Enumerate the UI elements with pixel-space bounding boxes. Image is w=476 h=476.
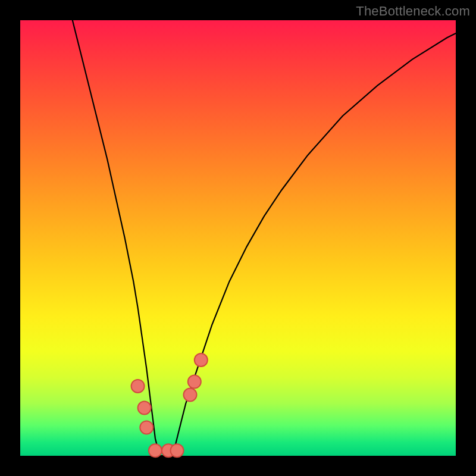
chart-svg [20,20,456,456]
curve-marker [131,380,145,393]
curve-marker [140,421,153,434]
curve-marker [195,353,208,367]
curve-markers [131,353,208,457]
watermark-text: TheBottleneck.com [356,4,470,19]
curve-marker [138,402,151,415]
curve-marker [171,444,184,457]
bottleneck-curve [73,20,456,456]
curve-marker [188,375,201,389]
plot-area [20,20,456,456]
curve-marker [184,389,197,402]
curve-marker [149,444,162,457]
chart-frame: TheBottleneck.com [0,0,476,476]
